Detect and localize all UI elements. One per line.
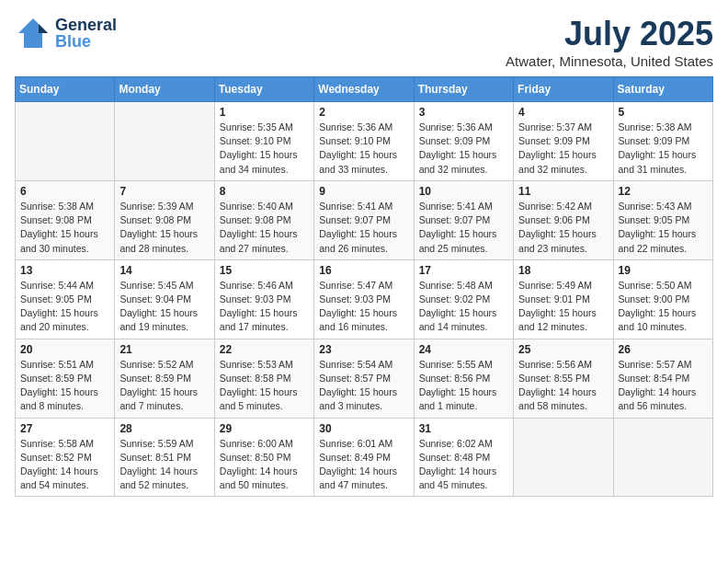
day-number: 14 xyxy=(119,264,209,277)
day-info: Sunrise: 5:58 AM Sunset: 8:52 PM Dayligh… xyxy=(20,437,109,493)
weekday-row: SundayMondayTuesdayWednesdayThursdayFrid… xyxy=(16,77,713,102)
day-number: 17 xyxy=(419,264,508,277)
day-info: Sunrise: 5:48 AM Sunset: 9:02 PM Dayligh… xyxy=(419,279,508,335)
calendar-cell: 15Sunrise: 5:46 AM Sunset: 9:03 PM Dayli… xyxy=(214,259,313,339)
page-header: General Blue July 2025 Atwater, Minnesot… xyxy=(15,15,713,69)
calendar-cell: 12Sunrise: 5:43 AM Sunset: 9:05 PM Dayli… xyxy=(613,180,712,259)
day-number: 28 xyxy=(119,422,209,435)
month-year: July 2025 xyxy=(506,15,713,53)
calendar-cell xyxy=(16,102,115,181)
calendar-cell: 23Sunrise: 5:54 AM Sunset: 8:57 PM Dayli… xyxy=(314,339,414,418)
title-block: July 2025 Atwater, Minnesota, United Sta… xyxy=(506,15,713,69)
day-info: Sunrise: 5:37 AM Sunset: 9:09 PM Dayligh… xyxy=(518,121,608,177)
calendar-cell: 29Sunrise: 6:00 AM Sunset: 8:50 PM Dayli… xyxy=(214,418,313,497)
day-number: 19 xyxy=(619,264,708,277)
calendar-cell: 13Sunrise: 5:44 AM Sunset: 9:05 PM Dayli… xyxy=(16,259,115,339)
calendar-week-3: 13Sunrise: 5:44 AM Sunset: 9:05 PM Dayli… xyxy=(16,259,713,339)
day-info: Sunrise: 5:39 AM Sunset: 9:08 PM Dayligh… xyxy=(119,200,209,256)
calendar-cell: 31Sunrise: 6:02 AM Sunset: 8:48 PM Dayli… xyxy=(414,418,513,497)
day-info: Sunrise: 5:36 AM Sunset: 9:10 PM Dayligh… xyxy=(319,121,408,177)
day-info: Sunrise: 5:59 AM Sunset: 8:51 PM Dayligh… xyxy=(119,437,209,493)
calendar-week-2: 6Sunrise: 5:38 AM Sunset: 9:08 PM Daylig… xyxy=(16,180,713,259)
calendar-cell: 1Sunrise: 5:35 AM Sunset: 9:10 PM Daylig… xyxy=(214,102,313,181)
day-info: Sunrise: 5:46 AM Sunset: 9:03 PM Dayligh… xyxy=(220,279,309,335)
calendar-cell xyxy=(613,418,712,497)
day-info: Sunrise: 5:36 AM Sunset: 9:09 PM Dayligh… xyxy=(419,121,508,177)
day-number: 23 xyxy=(319,343,408,356)
day-number: 22 xyxy=(220,343,309,356)
logo-blue-text: Blue xyxy=(55,33,117,50)
calendar-table: SundayMondayTuesdayWednesdayThursdayFrid… xyxy=(15,76,713,497)
day-number: 27 xyxy=(20,422,109,435)
day-number: 18 xyxy=(518,264,608,277)
day-number: 13 xyxy=(20,264,109,277)
day-info: Sunrise: 5:41 AM Sunset: 9:07 PM Dayligh… xyxy=(419,200,508,256)
day-info: Sunrise: 5:51 AM Sunset: 8:59 PM Dayligh… xyxy=(20,358,109,414)
day-number: 1 xyxy=(220,106,309,119)
day-info: Sunrise: 5:41 AM Sunset: 9:07 PM Dayligh… xyxy=(319,200,408,256)
day-number: 8 xyxy=(220,185,309,198)
day-info: Sunrise: 5:43 AM Sunset: 9:05 PM Dayligh… xyxy=(619,200,708,256)
calendar-cell: 16Sunrise: 5:47 AM Sunset: 9:03 PM Dayli… xyxy=(314,259,414,339)
location: Atwater, Minnesota, United States xyxy=(506,53,713,69)
logo-icon xyxy=(15,15,51,52)
day-number: 3 xyxy=(419,106,508,119)
logo-general-text: General xyxy=(55,17,117,33)
weekday-header-monday: Monday xyxy=(115,77,214,102)
calendar-cell: 8Sunrise: 5:40 AM Sunset: 9:08 PM Daylig… xyxy=(214,180,313,259)
day-number: 6 xyxy=(20,185,109,198)
calendar-cell xyxy=(514,418,613,497)
day-info: Sunrise: 5:44 AM Sunset: 9:05 PM Dayligh… xyxy=(20,279,109,335)
calendar-week-4: 20Sunrise: 5:51 AM Sunset: 8:59 PM Dayli… xyxy=(16,339,713,418)
calendar-cell: 9Sunrise: 5:41 AM Sunset: 9:07 PM Daylig… xyxy=(314,180,414,259)
day-info: Sunrise: 5:38 AM Sunset: 9:09 PM Dayligh… xyxy=(619,121,708,177)
day-number: 10 xyxy=(419,185,508,198)
weekday-header-thursday: Thursday xyxy=(414,77,513,102)
day-info: Sunrise: 5:42 AM Sunset: 9:06 PM Dayligh… xyxy=(518,200,608,256)
weekday-header-sunday: Sunday xyxy=(16,77,115,102)
calendar-cell: 17Sunrise: 5:48 AM Sunset: 9:02 PM Dayli… xyxy=(414,259,513,339)
calendar-cell: 18Sunrise: 5:49 AM Sunset: 9:01 PM Dayli… xyxy=(514,259,613,339)
calendar-cell: 5Sunrise: 5:38 AM Sunset: 9:09 PM Daylig… xyxy=(613,102,712,181)
day-number: 26 xyxy=(619,343,708,356)
weekday-header-friday: Friday xyxy=(514,77,613,102)
day-info: Sunrise: 5:57 AM Sunset: 8:54 PM Dayligh… xyxy=(619,358,708,414)
day-info: Sunrise: 6:02 AM Sunset: 8:48 PM Dayligh… xyxy=(419,437,508,493)
calendar-cell: 10Sunrise: 5:41 AM Sunset: 9:07 PM Dayli… xyxy=(414,180,513,259)
day-info: Sunrise: 5:38 AM Sunset: 9:08 PM Dayligh… xyxy=(20,200,109,256)
calendar-cell: 2Sunrise: 5:36 AM Sunset: 9:10 PM Daylig… xyxy=(314,102,414,181)
weekday-header-tuesday: Tuesday xyxy=(214,77,313,102)
day-info: Sunrise: 5:55 AM Sunset: 8:56 PM Dayligh… xyxy=(419,358,508,414)
day-number: 7 xyxy=(119,185,209,198)
logo: General Blue xyxy=(15,15,117,52)
day-number: 12 xyxy=(619,185,708,198)
day-number: 20 xyxy=(20,343,109,356)
calendar-cell: 21Sunrise: 5:52 AM Sunset: 8:59 PM Dayli… xyxy=(115,339,214,418)
logo-wordmark: General Blue xyxy=(55,17,117,50)
day-number: 29 xyxy=(220,422,309,435)
calendar-cell: 19Sunrise: 5:50 AM Sunset: 9:00 PM Dayli… xyxy=(613,259,712,339)
day-info: Sunrise: 5:49 AM Sunset: 9:01 PM Dayligh… xyxy=(518,279,608,335)
day-info: Sunrise: 5:53 AM Sunset: 8:58 PM Dayligh… xyxy=(220,358,309,414)
calendar-cell: 20Sunrise: 5:51 AM Sunset: 8:59 PM Dayli… xyxy=(16,339,115,418)
calendar-cell: 7Sunrise: 5:39 AM Sunset: 9:08 PM Daylig… xyxy=(115,180,214,259)
calendar-cell: 26Sunrise: 5:57 AM Sunset: 8:54 PM Dayli… xyxy=(613,339,712,418)
day-number: 31 xyxy=(419,422,508,435)
calendar-cell: 24Sunrise: 5:55 AM Sunset: 8:56 PM Dayli… xyxy=(414,339,513,418)
day-number: 9 xyxy=(319,185,408,198)
calendar-cell: 28Sunrise: 5:59 AM Sunset: 8:51 PM Dayli… xyxy=(115,418,214,497)
calendar-cell xyxy=(115,102,214,181)
day-number: 30 xyxy=(319,422,408,435)
calendar-header: SundayMondayTuesdayWednesdayThursdayFrid… xyxy=(16,77,713,102)
day-number: 11 xyxy=(518,185,608,198)
calendar-cell: 6Sunrise: 5:38 AM Sunset: 9:08 PM Daylig… xyxy=(16,180,115,259)
day-info: Sunrise: 5:56 AM Sunset: 8:55 PM Dayligh… xyxy=(518,358,608,414)
calendar-cell: 3Sunrise: 5:36 AM Sunset: 9:09 PM Daylig… xyxy=(414,102,513,181)
calendar-cell: 4Sunrise: 5:37 AM Sunset: 9:09 PM Daylig… xyxy=(514,102,613,181)
calendar-week-1: 1Sunrise: 5:35 AM Sunset: 9:10 PM Daylig… xyxy=(16,102,713,181)
day-info: Sunrise: 6:00 AM Sunset: 8:50 PM Dayligh… xyxy=(220,437,309,493)
calendar-cell: 22Sunrise: 5:53 AM Sunset: 8:58 PM Dayli… xyxy=(214,339,313,418)
day-number: 21 xyxy=(119,343,209,356)
day-number: 4 xyxy=(518,106,608,119)
day-number: 25 xyxy=(518,343,608,356)
